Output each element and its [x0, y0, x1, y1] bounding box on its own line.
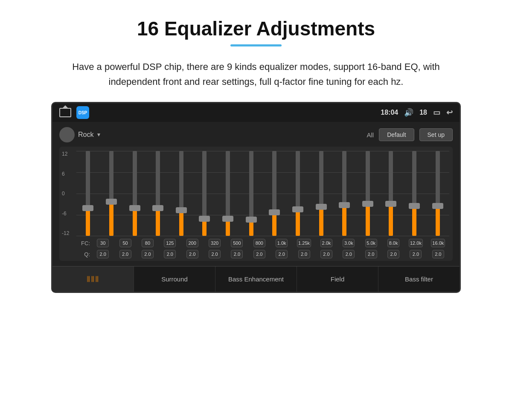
- slider-handle-7[interactable]: [246, 217, 257, 223]
- q-badge-14[interactable]: 2.0: [410, 250, 422, 258]
- q-badge-8[interactable]: 2.0: [276, 250, 288, 258]
- status-bar-left: DSP: [59, 106, 89, 119]
- fc-badge-6[interactable]: 500: [231, 239, 243, 247]
- slider-col-1[interactable]: [100, 151, 123, 236]
- fc-cell-12: 5.0k: [360, 239, 382, 247]
- slider-handle-4[interactable]: [176, 207, 187, 213]
- fc-cell-3: 125: [159, 239, 181, 247]
- tab-label-surround: Surround: [161, 275, 188, 283]
- slider-col-5[interactable]: [193, 151, 216, 236]
- q-cell-6: 2.0: [226, 250, 248, 258]
- slider-track-fg-4: [179, 210, 183, 236]
- q-badge-13[interactable]: 2.0: [387, 250, 399, 258]
- q-badge-9[interactable]: 2.0: [298, 250, 310, 258]
- tab-bass_enhancement[interactable]: Bass Enhancement: [215, 266, 297, 292]
- q-badge-4[interactable]: 2.0: [186, 250, 198, 258]
- circle-button[interactable]: [59, 127, 75, 142]
- fc-badge-0[interactable]: 30: [97, 239, 109, 247]
- default-button[interactable]: Default: [379, 128, 414, 141]
- q-badge-5[interactable]: 2.0: [209, 250, 221, 258]
- fc-badge-4[interactable]: 200: [186, 239, 198, 247]
- slider-col-13[interactable]: [379, 151, 403, 236]
- fc-badge-13[interactable]: 8.0k: [387, 239, 399, 247]
- chevron-down-icon: ▼: [96, 132, 101, 138]
- preset-selector[interactable]: Rock ▼: [78, 131, 101, 139]
- tab-eq[interactable]: ⦀⦀⦀: [52, 266, 134, 292]
- slider-col-8[interactable]: [263, 151, 286, 236]
- slider-handle-1[interactable]: [106, 199, 117, 205]
- screen-icon: ▭: [433, 108, 440, 117]
- slider-col-10[interactable]: [309, 151, 333, 236]
- slider-handle-5[interactable]: [199, 216, 210, 222]
- fc-badge-14[interactable]: 12.0k: [409, 239, 423, 247]
- slider-handle-15[interactable]: [432, 203, 443, 209]
- eq-y-labels: 12 6 0 -6 -12: [62, 151, 69, 236]
- q-badge-0[interactable]: 2.0: [97, 250, 109, 258]
- slider-col-11[interactable]: [333, 151, 356, 236]
- slider-col-7[interactable]: [239, 151, 263, 236]
- home-icon[interactable]: [59, 108, 71, 117]
- fc-badge-15[interactable]: 16.0k: [431, 239, 445, 247]
- fc-cells: 3050801252003205008001.0k1.25k2.0k3.0k5.…: [92, 239, 449, 247]
- fc-badge-10[interactable]: 2.0k: [320, 239, 332, 247]
- slider-handle-13[interactable]: [385, 201, 396, 207]
- slider-col-12[interactable]: [356, 151, 380, 236]
- slider-handle-0[interactable]: [82, 205, 93, 211]
- tab-field[interactable]: Field: [297, 266, 378, 292]
- q-badge-10[interactable]: 2.0: [320, 250, 332, 258]
- q-badge-6[interactable]: 2.0: [231, 250, 243, 258]
- fc-badge-3[interactable]: 125: [164, 239, 176, 247]
- status-bar-right: 18:04 🔊 18 ▭ ↩: [381, 108, 453, 117]
- back-icon[interactable]: ↩: [446, 108, 453, 117]
- q-badge-12[interactable]: 2.0: [365, 250, 377, 258]
- title-underline: [230, 44, 282, 46]
- page-title: 16 Equalizer Adjustments: [137, 17, 375, 40]
- y-label-6: 6: [62, 171, 69, 177]
- fc-cell-14: 12.0k: [404, 239, 427, 247]
- slider-handle-11[interactable]: [339, 202, 350, 208]
- slider-handle-14[interactable]: [409, 203, 420, 209]
- slider-col-9[interactable]: [286, 151, 310, 236]
- fc-badge-8[interactable]: 1.0k: [276, 239, 288, 247]
- fc-badge-9[interactable]: 1.25k: [297, 239, 311, 247]
- fc-badge-12[interactable]: 5.0k: [365, 239, 377, 247]
- q-row: Q: 2.02.02.02.02.02.02.02.02.02.02.02.02…: [76, 250, 449, 258]
- q-badge-1[interactable]: 2.0: [119, 250, 131, 258]
- slider-handle-6[interactable]: [222, 216, 233, 222]
- fc-badge-2[interactable]: 80: [142, 239, 154, 247]
- slider-col-14[interactable]: [403, 151, 426, 236]
- q-badge-15[interactable]: 2.0: [432, 250, 444, 258]
- fc-badge-1[interactable]: 50: [119, 239, 131, 247]
- q-cells: 2.02.02.02.02.02.02.02.02.02.02.02.02.02…: [92, 250, 449, 258]
- q-badge-7[interactable]: 2.0: [253, 250, 265, 258]
- slider-track-fg-12: [366, 204, 370, 236]
- tab-surround[interactable]: Surround: [134, 266, 215, 292]
- slider-handle-9[interactable]: [292, 206, 303, 212]
- slider-col-6[interactable]: [216, 151, 240, 236]
- slider-handle-10[interactable]: [316, 204, 327, 210]
- slider-col-3[interactable]: [146, 151, 170, 236]
- app-icon[interactable]: DSP: [76, 106, 89, 119]
- slider-col-2[interactable]: [123, 151, 146, 236]
- q-badge-11[interactable]: 2.0: [343, 250, 355, 258]
- slider-handle-8[interactable]: [269, 209, 280, 215]
- q-cell-10: 2.0: [315, 250, 337, 258]
- q-label: Q:: [76, 251, 90, 258]
- fc-badge-5[interactable]: 320: [209, 239, 221, 247]
- slider-col-15[interactable]: [426, 151, 449, 236]
- tab-bass_filter[interactable]: Bass filter: [378, 266, 460, 292]
- q-badge-2[interactable]: 2.0: [142, 250, 154, 258]
- slider-handle-3[interactable]: [152, 205, 163, 211]
- tab-label-bass_enhancement: Bass Enhancement: [228, 275, 284, 283]
- fc-badge-7[interactable]: 800: [253, 239, 265, 247]
- slider-col-0[interactable]: [76, 151, 100, 236]
- fc-row: FC: 3050801252003205008001.0k1.25k2.0k3.…: [76, 239, 449, 247]
- slider-handle-2[interactable]: [129, 205, 140, 211]
- slider-track-fg-14: [412, 206, 416, 236]
- q-badge-3[interactable]: 2.0: [164, 250, 176, 258]
- fc-badge-11[interactable]: 3.0k: [343, 239, 355, 247]
- slider-handle-12[interactable]: [362, 201, 373, 207]
- q-cell-9: 2.0: [293, 250, 315, 258]
- slider-col-4[interactable]: [170, 151, 193, 236]
- setup-button[interactable]: Set up: [419, 128, 453, 141]
